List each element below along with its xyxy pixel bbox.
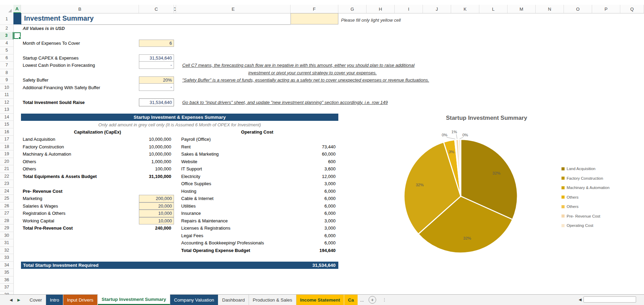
row-header-34[interactable]: 34 [0, 262, 13, 269]
row-header-3[interactable]: 3 [0, 32, 13, 40]
summary-banner[interactable]: Startup Investment & Expenses Summary [21, 114, 338, 121]
sheet-tab-company-valuation[interactable]: Company Valuation [170, 295, 218, 305]
sheet-tab-ca[interactable]: Ca [344, 295, 358, 305]
table-row[interactable]: Pre- Revenue Cost [21, 188, 174, 195]
table-row[interactable]: Legal Fees6,000 [176, 232, 338, 240]
table-row[interactable]: Salaries & Wages20,000 [21, 202, 174, 210]
add-sheet-button[interactable]: + [369, 296, 376, 304]
sheet-tab-dashboard[interactable]: Dashboard [218, 295, 249, 305]
column-header-H[interactable]: H [367, 5, 395, 13]
legend-item[interactable]: Pre- Revenue Cost [561, 214, 610, 218]
column-header-K[interactable]: K [451, 5, 479, 13]
input-safety-buffer[interactable]: 20% [139, 76, 174, 84]
row-header-14[interactable]: 14 [0, 114, 13, 121]
table-row[interactable]: Sakes & Marketing60,000 [176, 150, 338, 158]
table-row[interactable]: Hosting6,000 [176, 188, 338, 195]
column-header-M[interactable]: M [507, 5, 536, 13]
column-header-G[interactable]: G [338, 5, 367, 13]
row-header-21[interactable]: 21 [0, 165, 13, 173]
table-row[interactable]: Utilities6,000 [176, 202, 338, 210]
table-row[interactable]: Total Equipments & Assets Budget31,100,0… [21, 173, 174, 180]
table-row[interactable]: Payroll (Office) [176, 136, 338, 143]
table-row[interactable]: Total Operating Expense Budget194,640 [176, 247, 338, 254]
column-header-A[interactable]: A [13, 5, 21, 13]
table-row[interactable]: Machinary & Automation10,000,000 [21, 150, 174, 158]
row-header-17[interactable]: 17 [0, 136, 13, 143]
row-input-cell[interactable]: 20,000 [139, 202, 174, 210]
row-header-24[interactable]: 24 [0, 188, 13, 195]
table-row[interactable]: Licenses & Registrations3,000 [176, 224, 338, 232]
subtitle[interactable]: All Values is in USD [23, 25, 65, 32]
row-header-36[interactable]: 36 [0, 276, 13, 284]
sheet-tab-startup-investment-summary[interactable]: Startup Investment Summary [98, 294, 171, 305]
label-additional-financing[interactable]: Additional Financing With Safety Buffer [23, 84, 100, 92]
row-header-31[interactable]: 31 [0, 239, 13, 247]
sheet-tab-cover[interactable]: Cover [26, 295, 46, 305]
row-header-9[interactable]: 9 [0, 76, 13, 84]
row-header-11[interactable]: 11 [0, 91, 13, 99]
legend-item[interactable]: Others [561, 195, 610, 199]
row-header-6[interactable]: 6 [0, 54, 13, 62]
table-row[interactable]: Registration & Others10,000 [21, 210, 174, 217]
active-cell-a3[interactable] [14, 32, 21, 39]
column-header-N[interactable]: N [536, 5, 564, 13]
row-header-18[interactable]: 18 [0, 143, 13, 151]
table-row[interactable]: Office Supplies3,000 [176, 180, 338, 188]
select-all-icon[interactable] [8, 9, 12, 12]
sheet-tab-income-statement[interactable]: Income Statement [296, 295, 344, 305]
row-header-8[interactable]: 8 [0, 69, 13, 77]
row-header-30[interactable]: 30 [0, 232, 13, 240]
table-row[interactable] [21, 180, 174, 188]
label-month-expenses[interactable]: Month of Expenses To Cover [23, 40, 80, 47]
page-title[interactable]: Investment Summary [24, 15, 94, 22]
legend-item[interactable]: Others [561, 204, 610, 209]
row-header-4[interactable]: 4 [0, 40, 13, 47]
column-header-C[interactable]: C [139, 5, 174, 13]
f1-input-cell[interactable] [291, 13, 338, 24]
column-header-E[interactable]: E [176, 5, 291, 13]
row-header-19[interactable]: 19 [0, 150, 13, 158]
cell-total-investment[interactable]: 31,534,640 [139, 98, 174, 106]
row-header-10[interactable]: 10 [0, 84, 13, 92]
row-header-23[interactable]: 23 [0, 180, 13, 188]
sheet-tab-input-drivers[interactable]: Input Drivers [63, 295, 98, 305]
capex-header[interactable]: Capitalization (CapEx) [21, 128, 174, 136]
scroll-left-icon[interactable]: ◀ [579, 297, 581, 302]
table-row[interactable]: Repairs & Maintenance3,000 [176, 217, 338, 225]
pie-chart[interactable]: 32%32%32%3%0%1%0% [358, 117, 564, 265]
scrollbar-track[interactable] [583, 296, 636, 303]
cell-additional-financing[interactable]: - [139, 83, 174, 91]
row-header-5[interactable]: 5 [0, 47, 13, 54]
row-header-25[interactable]: 25 [0, 195, 13, 202]
legend-item[interactable]: Machinary & Automation [561, 186, 610, 190]
table-row[interactable]: Accounting & Bookkeeping/ Professionals6… [176, 239, 338, 247]
tabbar-kebab-icon[interactable]: ⋮ [382, 297, 387, 302]
cell-startup-capex[interactable]: 31,534,640 [139, 54, 174, 62]
column-header-B[interactable]: B [21, 5, 139, 13]
column-header-J[interactable]: J [423, 5, 451, 13]
table-row[interactable]: Website600 [176, 158, 338, 166]
input-month-expenses[interactable]: 6 [139, 40, 174, 47]
row-input-cell[interactable]: 10,000 [139, 217, 174, 225]
horizontal-scrollbar[interactable]: ◀ [579, 296, 636, 303]
column-header-Q[interactable]: Q [620, 5, 644, 13]
row-input-cell[interactable]: 10,000 [139, 210, 174, 217]
row-input-cell[interactable]: 200,000 [139, 195, 174, 202]
row-header-32[interactable]: 32 [0, 247, 13, 254]
row-header-16[interactable]: 16 [0, 128, 13, 136]
column-header-I[interactable]: I [395, 5, 423, 13]
cell-lowest-cash[interactable]: - [139, 61, 174, 69]
row-header-13[interactable]: 13 [0, 106, 13, 114]
label-total-investment[interactable]: Total Investment Sould Raise [23, 99, 85, 106]
table-row[interactable]: Working Capital10,000 [21, 217, 174, 225]
opex-header[interactable]: Operating Cost [176, 128, 338, 136]
sheet-tab-intro[interactable]: Intro [46, 295, 63, 305]
table-row[interactable]: Cable & Internet6,000 [176, 195, 338, 202]
row-header-28[interactable]: 28 [0, 217, 13, 225]
tab-scroll-left-icon[interactable]: ◀ [10, 298, 12, 302]
row-header-37[interactable]: 37 [0, 284, 13, 291]
legend-item[interactable]: Land Acquisition [561, 167, 610, 171]
row-header-22[interactable]: 22 [0, 173, 13, 180]
row-header-12[interactable]: 12 [0, 99, 13, 106]
table-row[interactable]: Insurance6,000 [176, 210, 338, 217]
